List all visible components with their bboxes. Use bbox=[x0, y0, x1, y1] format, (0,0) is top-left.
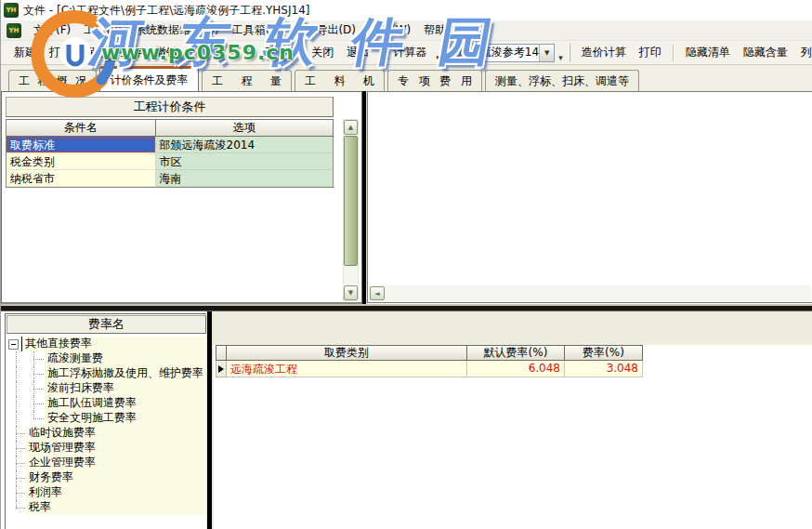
menu-window[interactable]: 窗口(W) bbox=[362, 20, 417, 40]
scroll-left-icon[interactable]: ◄ bbox=[370, 286, 385, 300]
tree-node[interactable]: 税率 bbox=[6, 500, 207, 515]
top-main-area: 工程计价条件 条件名 选项 取费标准 部颁远海疏浚2014 税金类别 市区 纳税… bbox=[1, 91, 812, 304]
tree-node-child[interactable]: 安全文明施工费率 bbox=[6, 411, 207, 426]
table-row: 税金类别 市区 bbox=[7, 153, 334, 170]
option-cell[interactable]: 海南 bbox=[156, 170, 334, 187]
toolbar-grip bbox=[569, 44, 570, 62]
no-save-button[interactable]: 不存盘 bbox=[258, 41, 305, 64]
menu-file[interactable]: 文件(F) bbox=[27, 20, 77, 40]
pricing-panel-title: 工程计价条件 bbox=[6, 97, 334, 117]
toolbar-separator bbox=[380, 45, 382, 61]
column-header-option[interactable]: 选项 bbox=[156, 119, 334, 137]
tab-pricing-conditions[interactable]: 计价条件及费率 bbox=[99, 66, 199, 91]
tree-node[interactable]: 企业管理费率 bbox=[6, 456, 207, 470]
tab-bar: 工程概况 计价条件及费率 工程量 工料机 专项费用 测量、浮标、扫床、调遣等 bbox=[1, 65, 812, 91]
rate-tree-title: 费率名 bbox=[7, 315, 206, 334]
toolbar-grip bbox=[446, 44, 448, 62]
scrollbar-thumb[interactable] bbox=[344, 136, 358, 266]
menu-toolbox[interactable]: 工具箱(T) bbox=[226, 20, 288, 40]
column-header-condition[interactable]: 条件名 bbox=[7, 119, 156, 137]
tree-node[interactable]: 临时设施费率 bbox=[6, 426, 207, 441]
rate-table-panel: 取费类别 默认费率(%) 费率(%) 远海疏浚工程 6.048 3.048 bbox=[214, 311, 812, 529]
rate-tree-panel: 费率名 其他直接费率 疏浚测量费 施工浮标抛撒及使用、维护费率 bbox=[5, 313, 208, 529]
tree-node-child[interactable]: 施工队伍调遣费率 bbox=[6, 396, 207, 411]
horizontal-scrollbar[interactable]: ◄ bbox=[369, 285, 811, 301]
rate-tree: 其他直接费率 疏浚测量费 施工浮标抛撒及使用、维护费率 浚前扫床费率 bbox=[6, 335, 207, 515]
vertical-scrollbar[interactable]: ▲ ▼ bbox=[343, 119, 359, 301]
pricing-conditions-panel: 工程计价条件 条件名 选项 取费标准 部颁远海疏浚2014 税金类别 市区 纳税… bbox=[1, 91, 362, 304]
hide-content-button[interactable]: 隐藏含量 bbox=[737, 41, 794, 64]
pricing-conditions-table: 条件名 选项 取费标准 部颁远海疏浚2014 税金类别 市区 纳税省市 海南 bbox=[6, 119, 334, 188]
table-row: 远海疏浚工程 6.048 3.048 bbox=[216, 361, 643, 377]
undo-button[interactable]: 撤销 bbox=[149, 41, 184, 64]
open-button[interactable]: 打开 bbox=[43, 41, 78, 64]
default-rate-cell[interactable]: 6.048 bbox=[467, 361, 565, 377]
table-row: 纳税省市 海南 bbox=[7, 170, 334, 187]
detail-panel: ◄ bbox=[367, 91, 812, 303]
menu-system-data[interactable]: 系统数据维护(Q) bbox=[128, 20, 226, 40]
column-header-category[interactable]: 取费类别 bbox=[227, 345, 467, 361]
combobox-dropdown-icon[interactable]: ▼ bbox=[539, 45, 554, 61]
calculator-button[interactable]: 计算器 bbox=[386, 41, 433, 64]
condition-cell[interactable]: 纳税省市 bbox=[7, 170, 156, 187]
rate-table: 取费类别 默认费率(%) 费率(%) 远海疏浚工程 6.048 3.048 bbox=[216, 345, 643, 377]
tab-special-costs[interactable]: 专项费用 bbox=[387, 70, 482, 91]
column-settings-button[interactable]: 列设 bbox=[794, 41, 812, 64]
redo-dropdown-icon[interactable]: ▼ bbox=[245, 48, 258, 57]
tab-project-overview[interactable]: 工程概况 bbox=[8, 70, 97, 91]
menu-import-export[interactable]: 导入导出(D) bbox=[287, 20, 362, 40]
app-window: YH 文件 - [C:\工程文件\例子工程\远海疏浚例子工程.YHSJ14] Y… bbox=[0, 0, 812, 529]
tree-node[interactable]: 现场管理费率 bbox=[6, 441, 207, 456]
toolbar-separator bbox=[673, 45, 674, 61]
option-cell[interactable]: 部颁远海疏浚2014 bbox=[156, 137, 334, 153]
bottom-main-area: 费率名 其他直接费率 疏浚测量费 施工浮标抛撒及使用、维护费率 bbox=[1, 311, 812, 529]
table-header-row: 取费类别 默认费率(%) 费率(%) bbox=[216, 345, 643, 361]
redo-button[interactable]: 重复 bbox=[197, 41, 232, 64]
tab-quantities[interactable]: 工程量 bbox=[202, 70, 292, 91]
save-as-button[interactable]: 另存 bbox=[113, 41, 149, 64]
new-button[interactable]: 新建 bbox=[7, 41, 43, 64]
cost-calc-button[interactable]: 造价计算 bbox=[575, 41, 633, 64]
tab-labor-material-machine[interactable]: 工料机 bbox=[295, 70, 385, 91]
table-header-row: 条件名 选项 bbox=[7, 119, 334, 137]
rate-panel-toolbar-strip bbox=[214, 311, 812, 345]
category-cell[interactable]: 远海疏浚工程 bbox=[227, 361, 467, 377]
toolbar-overflow-icon[interactable]: ▾ bbox=[433, 53, 443, 62]
scroll-up-icon[interactable]: ▲ bbox=[344, 120, 358, 135]
row-selector[interactable] bbox=[216, 361, 227, 377]
exit-button[interactable]: 退出 bbox=[340, 41, 375, 64]
condition-cell[interactable]: 取费标准 bbox=[7, 137, 156, 153]
menu-bar: YH 文件(F) 工程(P) 系统数据维护(Q) 工具箱(T) 导入导出(D) … bbox=[1, 20, 812, 41]
menu-help[interactable]: 帮助(H) bbox=[417, 20, 469, 40]
window-title: 文件 - [C:\工程文件\例子工程\远海疏浚例子工程.YHSJ14] bbox=[23, 3, 309, 19]
close-button[interactable]: 关闭 bbox=[305, 41, 340, 64]
row-selector-header bbox=[216, 345, 227, 361]
tree-node-child[interactable]: 施工浮标抛撒及使用、维护费率 bbox=[6, 366, 207, 381]
column-header-rate[interactable]: 费率(%) bbox=[565, 345, 643, 361]
tab-survey-buoy-sweep[interactable]: 测量、浮标、扫床、调遣等 bbox=[485, 70, 639, 91]
tree-node-root[interactable]: 其他直接费率 bbox=[6, 337, 207, 351]
tree-node-child[interactable]: 疏浚测量费 bbox=[6, 351, 207, 366]
menu-project[interactable]: 工程(P) bbox=[77, 20, 128, 40]
app-icon: YH bbox=[4, 3, 19, 18]
collapse-icon[interactable] bbox=[8, 339, 19, 350]
tree-node-child[interactable]: 浚前扫床费率 bbox=[6, 381, 207, 396]
scroll-down-icon[interactable]: ▼ bbox=[344, 285, 358, 300]
rate-cell[interactable]: 3.048 bbox=[565, 361, 643, 377]
tree-node[interactable]: 财务费率 bbox=[6, 470, 207, 485]
option-cell[interactable]: 市区 bbox=[156, 153, 334, 170]
print-button[interactable]: 打印 bbox=[633, 41, 668, 64]
tree-node[interactable]: 利润率 bbox=[6, 485, 207, 500]
vertical-splitter[interactable] bbox=[206, 311, 214, 529]
save-button[interactable]: 保存 bbox=[78, 41, 113, 64]
table-border bbox=[7, 187, 334, 188]
column-header-default-rate[interactable]: 默认费率(%) bbox=[467, 345, 565, 361]
toolbar-overflow-icon[interactable]: ▾ bbox=[556, 53, 566, 62]
condition-cell[interactable]: 税金类别 bbox=[7, 153, 156, 170]
mdi-child-icon: YH bbox=[7, 23, 21, 38]
hide-list-button[interactable]: 隐藏清单 bbox=[679, 41, 737, 64]
undo-dropdown-icon[interactable]: ▼ bbox=[184, 48, 197, 57]
rate-template-combobox[interactable]: 远海疏浚参考14 ▼ bbox=[453, 44, 555, 62]
table-row: 取费标准 部颁远海疏浚2014 bbox=[7, 137, 334, 153]
horizontal-splitter[interactable] bbox=[1, 304, 812, 311]
